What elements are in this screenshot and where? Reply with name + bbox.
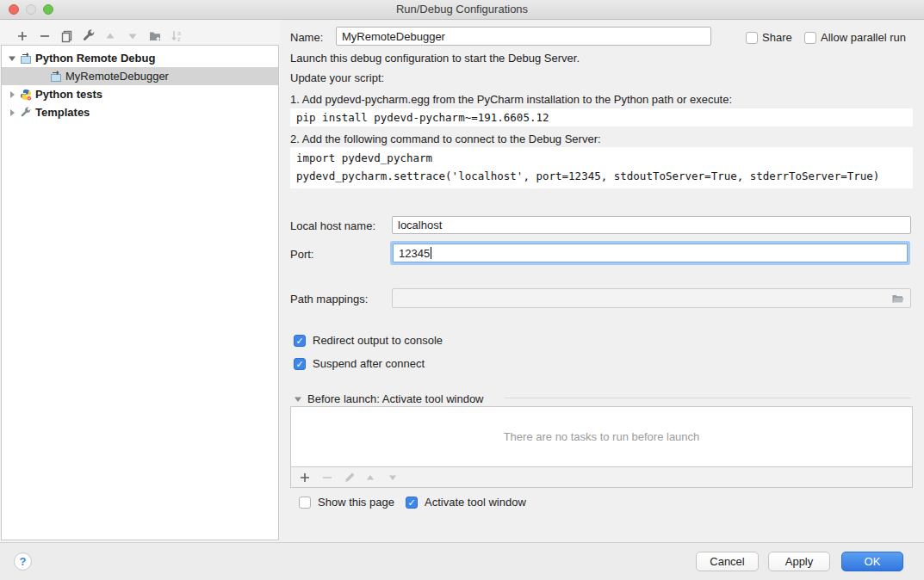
zoom-window-button[interactable] — [43, 4, 53, 15]
run-debug-configurations-dialog: Run/Debug Configurations az Python Remot… — [0, 0, 924, 580]
tree-item-label: Python Remote Debug — [35, 52, 155, 65]
name-input[interactable] — [336, 27, 711, 46]
apply-button[interactable]: Apply — [768, 552, 830, 571]
port-label: Port: — [290, 248, 313, 261]
chevron-right-icon[interactable] — [8, 90, 16, 99]
suspend-after-connect-checkbox[interactable] — [294, 358, 306, 370]
templates-wrench-icon — [20, 107, 32, 119]
before-launch-task-list: There are no tasks to run before launch — [290, 406, 913, 467]
edit-templates-icon[interactable] — [82, 29, 96, 43]
before-launch-divider — [505, 398, 911, 398]
configurations-sidebar: az Python Remote Debug MyRemoteDebugger … — [0, 20, 280, 542]
port-input[interactable]: 12345 — [393, 244, 908, 262]
allow-parallel-run-checkbox[interactable] — [804, 32, 816, 44]
code-line-2: pydevd_pycharm.settrace('localhost', por… — [296, 170, 879, 182]
help-button[interactable]: ? — [14, 552, 32, 571]
activate-tool-window-label: Activate tool window — [425, 496, 526, 509]
tree-item-label: Python tests — [35, 88, 102, 101]
share-label: Share — [762, 31, 792, 44]
tree-item-label: MyRemoteDebugger — [65, 70, 169, 83]
name-label: Name: — [290, 31, 323, 44]
dialog-footer: ? Cancel Apply OK — [0, 542, 924, 580]
add-task-icon[interactable] — [298, 471, 312, 484]
step2-text: 2. Add the following command to connect … — [290, 133, 601, 145]
remote-debug-config-icon — [20, 52, 32, 65]
move-task-down-icon[interactable] — [386, 471, 400, 484]
step1-text: 1. Add pydevd-pycharm.egg from the PyCha… — [290, 93, 732, 106]
settrace-code-block: import pydevd_pycharm pydevd_pycharm.set… — [290, 147, 913, 188]
tree-item-label: Templates — [35, 106, 90, 119]
move-up-icon[interactable] — [103, 29, 117, 43]
configurations-tree: Python Remote Debug MyRemoteDebugger Pyt… — [1, 45, 279, 540]
redirect-output-checkbox[interactable] — [294, 335, 306, 347]
tree-item-templates[interactable]: Templates — [2, 103, 278, 121]
activate-tool-window-checkbox[interactable] — [406, 497, 418, 509]
sort-alpha-icon[interactable]: az — [170, 29, 183, 43]
copy-configuration-icon[interactable] — [60, 29, 74, 43]
before-launch-header: Before launch: Activate tool window — [307, 392, 484, 405]
remote-debug-config-icon — [50, 71, 62, 83]
redirect-output-label: Redirect output to console — [313, 334, 443, 347]
path-mappings-input[interactable] — [392, 288, 911, 308]
cancel-button[interactable]: Cancel — [696, 552, 759, 571]
pip-install-code-block: pip install pydevd-pycharm~=191.6605.12 — [290, 108, 913, 126]
text-caret — [431, 247, 431, 259]
ok-button[interactable]: OK — [841, 552, 903, 571]
path-mappings-label: Path mappings: — [290, 293, 368, 305]
intro-text: Launch this debug configuration to start… — [290, 52, 580, 65]
allow-parallel-run-label: Allow parallel run — [821, 31, 906, 44]
edit-task-icon[interactable] — [343, 471, 357, 484]
share-checkbox[interactable] — [746, 32, 758, 44]
tree-item-python-remote-debug[interactable]: Python Remote Debug — [2, 49, 278, 67]
window-title: Run/Debug Configurations — [0, 0, 924, 19]
svg-text:z: z — [177, 36, 181, 42]
port-value: 12345 — [399, 247, 430, 260]
new-folder-icon[interactable] — [148, 29, 162, 43]
add-configuration-icon[interactable] — [16, 29, 29, 43]
before-launch-toolbar — [290, 466, 913, 488]
chevron-right-icon[interactable] — [8, 108, 16, 117]
minimize-window-button[interactable] — [26, 4, 36, 15]
tree-item-python-tests[interactable]: Python tests — [2, 85, 278, 103]
update-script-text: Update your script: — [290, 71, 384, 84]
browse-folder-icon[interactable] — [891, 292, 905, 305]
no-tasks-text: There are no tasks to run before launch — [504, 430, 700, 443]
tree-item-myremotedebugger[interactable]: MyRemoteDebugger — [2, 67, 278, 85]
show-this-page-checkbox[interactable] — [299, 497, 311, 509]
suspend-after-connect-label: Suspend after connect — [313, 357, 425, 370]
chevron-down-icon[interactable] — [8, 54, 16, 63]
show-this-page-label: Show this page — [318, 496, 394, 509]
close-window-button[interactable] — [9, 4, 19, 15]
before-launch-collapse-icon[interactable] — [294, 395, 302, 404]
svg-text:a: a — [177, 30, 181, 36]
move-down-icon[interactable] — [126, 29, 140, 43]
local-host-name-label: Local host name: — [290, 219, 375, 232]
code-line-1: import pydevd_pycharm — [296, 151, 432, 164]
title-bar: Run/Debug Configurations — [0, 0, 924, 20]
local-host-name-input[interactable] — [392, 216, 911, 234]
remove-configuration-icon[interactable] — [38, 29, 52, 43]
python-tests-icon — [20, 89, 32, 101]
remove-task-icon[interactable] — [320, 471, 334, 484]
move-task-up-icon[interactable] — [363, 471, 377, 484]
